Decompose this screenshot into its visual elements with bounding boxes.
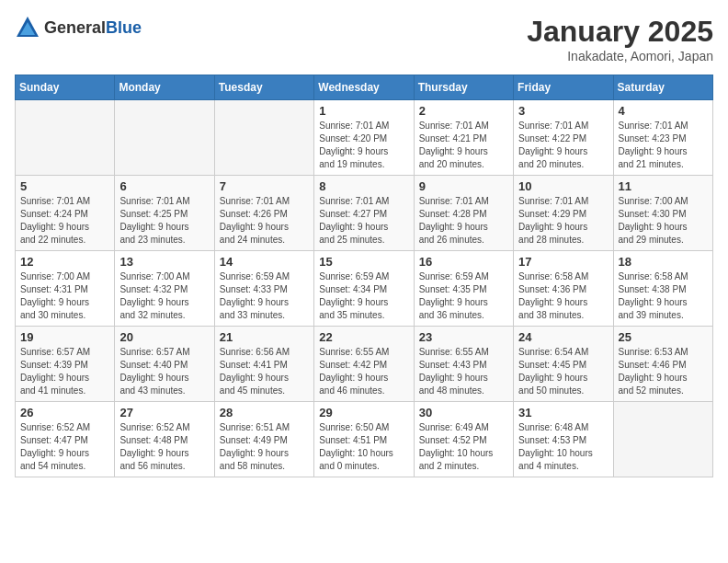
calendar-cell	[115, 100, 214, 176]
page-header: GeneralBlue January 2025 Inakadate, Aomo…	[15, 15, 713, 63]
day-info: Sunrise: 6:58 AM Sunset: 4:38 PM Dayligh…	[619, 270, 708, 322]
day-number: 20	[119, 330, 209, 344]
day-info: Sunrise: 6:55 AM Sunset: 4:42 PM Dayligh…	[319, 346, 408, 397]
calendar-cell: 5Sunrise: 7:01 AM Sunset: 4:24 PM Daylig…	[16, 176, 115, 251]
calendar-cell: 13Sunrise: 7:00 AM Sunset: 4:32 PM Dayli…	[115, 251, 214, 327]
day-number: 6	[119, 179, 209, 193]
day-number: 29	[319, 406, 408, 419]
day-info: Sunrise: 6:52 AM Sunset: 4:48 PM Dayligh…	[119, 421, 209, 473]
calendar-week-5: 26Sunrise: 6:52 AM Sunset: 4:47 PM Dayli…	[16, 402, 713, 477]
day-number: 2	[419, 104, 508, 118]
calendar-week-1: 1Sunrise: 7:01 AM Sunset: 4:20 PM Daylig…	[16, 100, 713, 176]
day-number: 15	[319, 255, 408, 269]
calendar-cell: 10Sunrise: 7:01 AM Sunset: 4:29 PM Dayli…	[514, 176, 613, 251]
day-info: Sunrise: 7:01 AM Sunset: 4:21 PM Dayligh…	[419, 120, 508, 171]
day-number: 27	[119, 406, 209, 419]
calendar-cell: 17Sunrise: 6:58 AM Sunset: 4:36 PM Dayli…	[514, 251, 613, 327]
day-number: 1	[319, 104, 408, 118]
day-info: Sunrise: 6:52 AM Sunset: 4:47 PM Dayligh…	[20, 421, 109, 473]
calendar-cell: 30Sunrise: 6:49 AM Sunset: 4:52 PM Dayli…	[414, 402, 513, 477]
day-info: Sunrise: 6:48 AM Sunset: 4:53 PM Dayligh…	[518, 421, 608, 473]
calendar-cell: 4Sunrise: 7:01 AM Sunset: 4:23 PM Daylig…	[613, 100, 712, 176]
day-info: Sunrise: 7:01 AM Sunset: 4:27 PM Dayligh…	[319, 195, 408, 247]
day-number: 16	[419, 255, 508, 269]
day-number: 8	[319, 179, 408, 193]
day-info: Sunrise: 7:00 AM Sunset: 4:32 PM Dayligh…	[119, 270, 209, 322]
day-number: 14	[220, 255, 309, 269]
calendar-cell: 7Sunrise: 7:01 AM Sunset: 4:26 PM Daylig…	[214, 176, 313, 251]
calendar-cell	[16, 100, 115, 176]
title-block: January 2025 Inakadate, Aomori, Japan	[527, 15, 713, 63]
day-number: 3	[518, 104, 608, 118]
day-info: Sunrise: 6:55 AM Sunset: 4:43 PM Dayligh…	[419, 346, 508, 397]
day-number: 26	[20, 406, 109, 419]
calendar-cell: 25Sunrise: 6:53 AM Sunset: 4:46 PM Dayli…	[613, 327, 712, 402]
logo-icon	[15, 15, 40, 40]
day-number: 13	[119, 255, 209, 269]
day-info: Sunrise: 7:01 AM Sunset: 4:25 PM Dayligh…	[119, 195, 209, 247]
calendar-cell: 1Sunrise: 7:01 AM Sunset: 4:20 PM Daylig…	[314, 100, 414, 176]
weekday-header-row: SundayMondayTuesdayWednesdayThursdayFrid…	[16, 75, 713, 100]
month-title: January 2025	[527, 15, 713, 49]
day-info: Sunrise: 6:57 AM Sunset: 4:40 PM Dayligh…	[119, 346, 209, 397]
weekday-header-tuesday: Tuesday	[214, 75, 313, 100]
day-number: 10	[518, 179, 608, 193]
day-number: 19	[20, 330, 109, 344]
day-number: 7	[220, 179, 309, 193]
calendar-week-3: 12Sunrise: 7:00 AM Sunset: 4:31 PM Dayli…	[16, 251, 713, 327]
day-info: Sunrise: 7:01 AM Sunset: 4:24 PM Dayligh…	[20, 195, 109, 247]
day-info: Sunrise: 6:51 AM Sunset: 4:49 PM Dayligh…	[220, 421, 309, 473]
calendar-cell	[613, 402, 712, 477]
day-info: Sunrise: 6:56 AM Sunset: 4:41 PM Dayligh…	[220, 346, 309, 397]
location-title: Inakadate, Aomori, Japan	[527, 49, 713, 63]
day-info: Sunrise: 7:01 AM Sunset: 4:28 PM Dayligh…	[419, 195, 508, 247]
day-number: 4	[619, 104, 708, 118]
day-info: Sunrise: 6:59 AM Sunset: 4:35 PM Dayligh…	[419, 270, 508, 322]
calendar-cell: 31Sunrise: 6:48 AM Sunset: 4:53 PM Dayli…	[514, 402, 613, 477]
day-info: Sunrise: 6:50 AM Sunset: 4:51 PM Dayligh…	[319, 421, 408, 473]
calendar-cell: 14Sunrise: 6:59 AM Sunset: 4:33 PM Dayli…	[214, 251, 313, 327]
calendar-cell: 3Sunrise: 7:01 AM Sunset: 4:22 PM Daylig…	[514, 100, 613, 176]
day-number: 12	[20, 255, 109, 269]
weekday-header-monday: Monday	[115, 75, 214, 100]
day-info: Sunrise: 6:54 AM Sunset: 4:45 PM Dayligh…	[518, 346, 608, 397]
calendar-week-2: 5Sunrise: 7:01 AM Sunset: 4:24 PM Daylig…	[16, 176, 713, 251]
day-number: 24	[518, 330, 608, 344]
calendar-cell: 27Sunrise: 6:52 AM Sunset: 4:48 PM Dayli…	[115, 402, 214, 477]
calendar-cell	[214, 100, 313, 176]
calendar-cell: 18Sunrise: 6:58 AM Sunset: 4:38 PM Dayli…	[613, 251, 712, 327]
day-number: 25	[619, 330, 708, 344]
calendar-cell: 6Sunrise: 7:01 AM Sunset: 4:25 PM Daylig…	[115, 176, 214, 251]
day-info: Sunrise: 7:00 AM Sunset: 4:31 PM Dayligh…	[20, 270, 109, 322]
weekday-header-wednesday: Wednesday	[314, 75, 414, 100]
weekday-header-thursday: Thursday	[414, 75, 513, 100]
day-info: Sunrise: 7:01 AM Sunset: 4:26 PM Dayligh…	[220, 195, 309, 247]
day-number: 23	[419, 330, 508, 344]
calendar-cell: 24Sunrise: 6:54 AM Sunset: 4:45 PM Dayli…	[514, 327, 613, 402]
day-number: 9	[419, 179, 508, 193]
day-info: Sunrise: 7:01 AM Sunset: 4:29 PM Dayligh…	[518, 195, 608, 247]
weekday-header-friday: Friday	[514, 75, 613, 100]
day-number: 28	[220, 406, 309, 419]
day-number: 21	[220, 330, 309, 344]
day-info: Sunrise: 6:49 AM Sunset: 4:52 PM Dayligh…	[419, 421, 508, 473]
calendar-cell: 8Sunrise: 7:01 AM Sunset: 4:27 PM Daylig…	[314, 176, 414, 251]
day-number: 11	[619, 179, 708, 193]
day-info: Sunrise: 7:00 AM Sunset: 4:30 PM Dayligh…	[619, 195, 708, 247]
calendar-table: SundayMondayTuesdayWednesdayThursdayFrid…	[15, 75, 713, 477]
calendar-cell: 28Sunrise: 6:51 AM Sunset: 4:49 PM Dayli…	[214, 402, 313, 477]
day-info: Sunrise: 6:59 AM Sunset: 4:34 PM Dayligh…	[319, 270, 408, 322]
calendar-cell: 9Sunrise: 7:01 AM Sunset: 4:28 PM Daylig…	[414, 176, 513, 251]
day-number: 22	[319, 330, 408, 344]
day-number: 5	[20, 179, 109, 193]
weekday-header-sunday: Sunday	[16, 75, 115, 100]
calendar-cell: 21Sunrise: 6:56 AM Sunset: 4:41 PM Dayli…	[214, 327, 313, 402]
calendar-cell: 20Sunrise: 6:57 AM Sunset: 4:40 PM Dayli…	[115, 327, 214, 402]
day-info: Sunrise: 6:58 AM Sunset: 4:36 PM Dayligh…	[518, 270, 608, 322]
calendar-cell: 29Sunrise: 6:50 AM Sunset: 4:51 PM Dayli…	[314, 402, 414, 477]
calendar-cell: 19Sunrise: 6:57 AM Sunset: 4:39 PM Dayli…	[16, 327, 115, 402]
calendar-cell: 23Sunrise: 6:55 AM Sunset: 4:43 PM Dayli…	[414, 327, 513, 402]
weekday-header-saturday: Saturday	[613, 75, 712, 100]
day-info: Sunrise: 6:59 AM Sunset: 4:33 PM Dayligh…	[220, 270, 309, 322]
calendar-cell: 26Sunrise: 6:52 AM Sunset: 4:47 PM Dayli…	[16, 402, 115, 477]
